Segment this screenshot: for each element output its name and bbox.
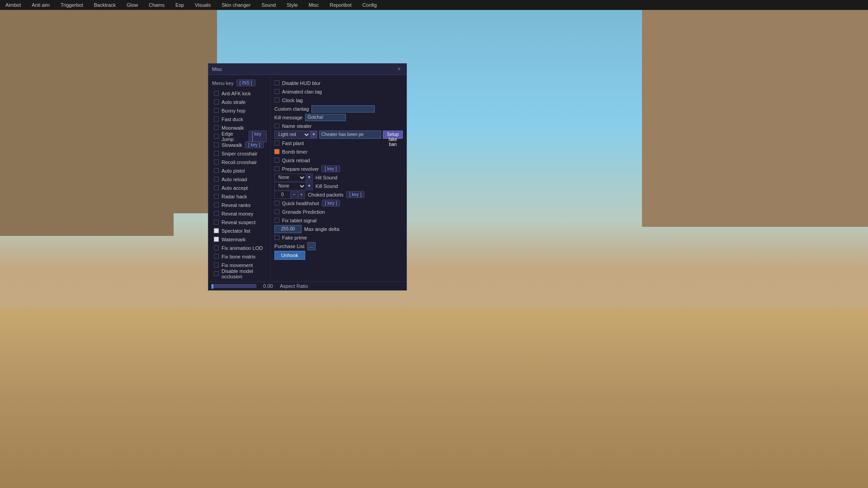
radar-hack-label: Radar hack [222, 194, 247, 199]
purchase-list-label: Purchase List [274, 244, 305, 249]
menubar-item-backtrack[interactable]: Backtrack [92, 1, 118, 9]
bunny-hop-label: Bunny hop [222, 108, 245, 113]
quick-healthshot-key[interactable]: [ key ] [322, 200, 340, 206]
hit-sound-arrow[interactable]: ▼ [306, 174, 313, 182]
disable-model-occlusion-checkbox[interactable] [214, 271, 219, 276]
choked-packets-input[interactable] [274, 191, 291, 199]
choked-packets-key[interactable]: [ key ] [346, 191, 365, 198]
anti-afk-checkbox[interactable] [214, 91, 219, 96]
dialog-content: Menu key [ INS ] Anti AFK kick Auto stra… [208, 75, 406, 282]
building-right [642, 10, 868, 227]
max-angle-delta-input[interactable] [274, 225, 302, 233]
moonwalk-checkbox[interactable] [214, 125, 219, 130]
name-stealer-checkbox[interactable] [274, 123, 279, 128]
color-dropdown-arrow[interactable]: ▼ [310, 131, 317, 139]
menu-key-row: Menu key [ INS ] [212, 79, 267, 87]
menubar-item-antiAim[interactable]: Anti aim [30, 1, 52, 9]
radar-hack-checkbox[interactable] [214, 194, 219, 199]
bunny-hop-checkbox[interactable] [214, 108, 219, 113]
unhook-button[interactable]: Unhook [274, 251, 305, 260]
hit-sound-select[interactable]: None [274, 174, 306, 182]
auto-accept-row: Auto accept [212, 183, 267, 192]
reveal-money-checkbox[interactable] [214, 211, 219, 216]
auto-accept-checkbox[interactable] [214, 185, 219, 190]
purchase-list-row: Purchase List ... [274, 242, 403, 250]
purchase-list-dots-button[interactable]: ... [307, 242, 316, 250]
reveal-suspect-row: Reveal suspect [212, 218, 267, 226]
slowwalk-checkbox[interactable] [214, 142, 219, 147]
fix-anim-lod-row: Fix animation LOD [212, 244, 267, 252]
fast-duck-row: Fast duck [212, 115, 267, 123]
slowwalk-key[interactable]: [ key ] [245, 141, 264, 148]
auto-pistol-row: Auto pistol [212, 166, 267, 175]
menubar-item-aimbot[interactable]: Aimbot [4, 1, 23, 9]
max-angle-delta-row: Max angle delta [274, 225, 403, 233]
menubar-item-visuals[interactable]: Visuals [193, 1, 212, 9]
watermark-checkbox[interactable] [214, 237, 219, 242]
bomb-timer-label: Bomb timer [282, 149, 307, 155]
close-button[interactable]: × [396, 66, 403, 73]
building-left [0, 10, 217, 236]
color-dropdown: Light red ▼ [274, 131, 317, 139]
menubar-item-chams[interactable]: Chams [147, 1, 166, 9]
ban-text-input[interactable] [319, 131, 381, 139]
edge-jump-row: Edge Jump [ key ] [212, 132, 267, 141]
auto-strafe-checkbox[interactable] [214, 99, 219, 104]
quick-healthshot-checkbox[interactable] [274, 201, 279, 206]
bomb-timer-checkbox[interactable] [274, 149, 279, 154]
menubar-item-misc[interactable]: Misc [307, 1, 321, 9]
grenade-prediction-checkbox[interactable] [274, 209, 279, 214]
fix-bone-matrix-row: Fix bone matrix [212, 252, 267, 261]
custom-clantag-input[interactable] [311, 105, 375, 113]
fake-prime-checkbox[interactable] [274, 235, 279, 240]
unhook-row: Unhook [274, 250, 403, 259]
kill-message-input[interactable] [305, 114, 346, 121]
menubar-item-style[interactable]: Style [285, 1, 299, 9]
name-stealer-label: Name stealer [282, 123, 311, 129]
reveal-ranks-row: Reveal ranks [212, 201, 267, 209]
quick-reload-checkbox[interactable] [274, 158, 279, 163]
bomb-timer-row: Bomb timer [274, 147, 403, 156]
kill-sound-arrow[interactable]: ▼ [306, 182, 313, 190]
menu-key-badge[interactable]: [ INS ] [236, 80, 255, 86]
setup-fake-ban-button[interactable]: Setup fake ban [383, 131, 403, 139]
kill-sound-select[interactable]: None [274, 182, 306, 190]
disable-hud-blur-checkbox[interactable] [274, 80, 279, 85]
fast-duck-checkbox[interactable] [214, 117, 219, 122]
edge-jump-checkbox[interactable] [214, 134, 219, 139]
recoil-crosshair-row: Recoil crosshair [212, 158, 267, 166]
prepare-revolver-key[interactable]: [ key ] [321, 165, 340, 172]
misc-dialog: Misc × Menu key [ INS ] Anti AFK kick Au… [208, 63, 407, 291]
color-select[interactable]: Light red [274, 131, 311, 139]
spectator-list-checkbox[interactable] [214, 228, 219, 233]
fast-plant-checkbox[interactable] [274, 141, 279, 145]
watermark-label: Watermark [222, 237, 245, 242]
recoil-crosshair-checkbox[interactable] [214, 160, 219, 164]
menubar-item-glow[interactable]: Glow [125, 1, 140, 9]
auto-pistol-checkbox[interactable] [214, 168, 219, 173]
fix-bone-matrix-checkbox[interactable] [214, 254, 219, 259]
fix-tablet-signal-checkbox[interactable] [274, 218, 279, 223]
radar-hack-row: Radar hack [212, 192, 267, 201]
menubar-item-sound[interactable]: Sound [259, 1, 278, 9]
choked-packets-minus[interactable]: − [291, 191, 298, 199]
fix-anim-lod-checkbox[interactable] [214, 245, 219, 250]
sniper-crosshair-checkbox[interactable] [214, 151, 219, 156]
fix-tablet-signal-row: Fix tablet signal [274, 216, 403, 225]
menubar-item-reportbot[interactable]: Reportbot [328, 1, 353, 9]
clock-tag-checkbox[interactable] [274, 98, 279, 103]
edge-jump-key[interactable]: [ key ] [249, 131, 267, 142]
aspect-slider-track[interactable] [211, 284, 256, 288]
animated-clan-tag-checkbox[interactable] [274, 89, 279, 94]
menubar-item-triggerbot[interactable]: Triggerbot [59, 1, 85, 9]
menubar-item-esp[interactable]: Esp [174, 1, 186, 9]
fix-movement-checkbox[interactable] [214, 263, 219, 267]
reveal-suspect-checkbox[interactable] [214, 220, 219, 225]
reveal-ranks-checkbox[interactable] [214, 202, 219, 207]
choked-packets-plus[interactable]: + [298, 191, 305, 199]
menubar-item-skinchanger[interactable]: Skin changer [220, 1, 252, 9]
menubar-item-config[interactable]: Config [361, 1, 379, 9]
disable-model-occlusion-label: Disable model occlusion [222, 268, 267, 279]
auto-reload-checkbox[interactable] [214, 177, 219, 182]
prepare-revolver-checkbox[interactable] [274, 166, 279, 171]
